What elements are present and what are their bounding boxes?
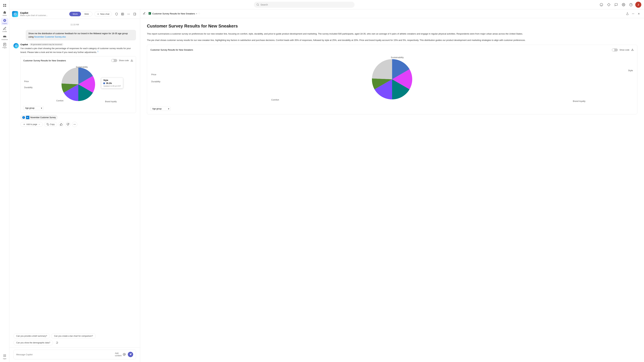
panel-icon-btn[interactable] — [132, 11, 137, 17]
suggestion-chip-1[interactable]: Can you provide a brief summary? — [14, 333, 50, 339]
rail-copilot[interactable]: Copilot — [1, 18, 8, 25]
copy-button[interactable]: Copy — [44, 122, 57, 127]
chat-messages: 11:10 AM Show me the distribution of cus… — [10, 19, 140, 331]
header-right-icons — [114, 11, 137, 17]
chat-button[interactable] — [613, 2, 619, 8]
input-actions: Add content — [116, 352, 133, 357]
svg-point-13 — [3, 355, 4, 356]
more-dots-icon — [73, 123, 76, 126]
chat-header-subtitle: Make a pie chart of customer... — [20, 14, 67, 16]
edit-pages-icon-btn[interactable] — [120, 11, 125, 17]
right-panel-header: › X Customer Survey Results for New Snea… — [140, 9, 644, 18]
age-group-dropdown-left[interactable]: Age group 18-24 25-35 36-45 — [23, 106, 44, 110]
rp-pie-label-comfort: Comfort — [271, 98, 279, 101]
pie-label-sustainability: Sustainability — [76, 66, 88, 68]
rp-chart-header: Customer Survey Results for New Sneakers… — [150, 48, 634, 51]
more-actions-button[interactable] — [72, 122, 77, 127]
add-to-page-button[interactable]: Add to page — [20, 122, 43, 127]
rail-onedrive[interactable]: OneDrive — [1, 34, 8, 41]
breadcrumb-title: Customer Survey Results for New Sneakers — [152, 12, 195, 15]
more-icon-btn[interactable] — [126, 11, 131, 17]
source-badge[interactable]: 1 XL November Customer Survey — [20, 115, 58, 120]
rail-home-label: Home — [2, 14, 6, 16]
show-code-toggle-left[interactable] — [111, 59, 117, 62]
download-icon-left[interactable] — [130, 59, 133, 62]
plus-icon — [97, 13, 99, 15]
send-button[interactable] — [128, 352, 133, 357]
tab-work[interactable]: Work — [69, 12, 81, 16]
dislike-button[interactable] — [65, 122, 70, 127]
rail-apps-grid[interactable] — [1, 2, 8, 9]
new-chat-button[interactable]: New chat — [94, 11, 112, 16]
edit-icon-breadcrumb[interactable] — [143, 12, 146, 15]
emoji-button[interactable] — [598, 2, 604, 8]
svg-point-12 — [5, 355, 6, 355]
rail-pages[interactable]: Pages — [1, 42, 8, 49]
breadcrumb-file[interactable]: X Customer Survey Results for New Sneake… — [148, 12, 195, 15]
more-dots-icon-rp — [632, 12, 634, 15]
svg-point-19 — [257, 4, 258, 5]
share-icon-btn[interactable] — [625, 11, 630, 16]
tooltip-category: Style — [103, 79, 121, 81]
rp-pie-label-durability: Durability — [151, 80, 160, 83]
rail-create[interactable]: Create — [1, 26, 8, 33]
age-group-dropdown-right[interactable]: Age group 18-24 25-35 36-45 — [150, 107, 170, 111]
more-icon-btn-rp[interactable] — [630, 11, 636, 16]
search-box[interactable]: Search — [254, 2, 354, 8]
svg-rect-46 — [48, 124, 49, 125]
pie-label-brandloyalty: Brand loyalty — [105, 100, 116, 103]
add-to-page-label: Add to page — [26, 123, 37, 125]
share-icon — [626, 12, 629, 15]
heart-icon[interactable]: ♡ — [198, 12, 200, 15]
bot-response-text: I've created a pie chart showing the per… — [20, 47, 136, 54]
tooltip-updated: Updated 11:00 pm EST — [103, 85, 121, 87]
thumbs-down-icon — [66, 123, 69, 126]
rail-pages-label: Pages — [2, 47, 7, 48]
suggestions-more-button[interactable] — [54, 340, 60, 346]
user-message-link[interactable]: November Customer Survey.xlsx — [34, 35, 66, 38]
suggestion-chip-2[interactable]: Can you create a bar chart for compariso… — [51, 333, 96, 339]
tooltip-dot — [103, 82, 105, 84]
rail-apps[interactable]: Apps — [1, 353, 8, 360]
thumbs-up-icon — [60, 123, 62, 126]
like-button[interactable] — [58, 122, 64, 127]
diamond-button[interactable] — [606, 2, 612, 8]
user-message: Show me the distribution of customer fee… — [26, 30, 136, 40]
bot-avatar — [14, 43, 19, 48]
svg-point-16 — [3, 356, 4, 357]
message-input[interactable] — [16, 353, 114, 356]
download-icon-right[interactable] — [631, 48, 634, 51]
rp-chart-title: Customer Survey Results for New Sneakers — [150, 49, 193, 51]
right-panel: › X Customer Survey Results for New Snea… — [140, 9, 644, 362]
svg-point-37 — [128, 14, 129, 14]
close-button-rp[interactable] — [636, 11, 641, 16]
add-content-button[interactable]: Add content — [116, 352, 121, 357]
tooltip-legend: 35.1% — [103, 82, 121, 84]
suggestion-chip-3[interactable]: Can you show the demographic data? — [14, 340, 53, 346]
icon-rail: Home Copilot Create OneDrive Pages Apps — [0, 0, 10, 362]
breadcrumb-chevron: › — [146, 12, 147, 15]
ai-badge: AI-generated content may be incorrect — [29, 43, 64, 46]
tab-web[interactable]: Web — [81, 12, 92, 16]
message-input-box: Add content — [14, 350, 136, 359]
svg-point-11 — [4, 355, 5, 355]
svg-point-53 — [124, 354, 125, 355]
close-icon — [638, 12, 640, 15]
rail-home[interactable]: Home — [1, 10, 8, 17]
mention-button[interactable] — [122, 352, 127, 357]
breadcrumb: › X Customer Survey Results for New Snea… — [143, 12, 623, 15]
pie-label-price: Price — [24, 80, 29, 83]
chart-card-header-left: Customer Survey Results for New Sneakers… — [23, 59, 133, 62]
show-code-toggle-right[interactable] — [612, 48, 618, 51]
message-input-area: Add content — [10, 348, 140, 362]
svg-rect-1 — [5, 4, 6, 5]
chat-panel: Copilot Make a pie chart of customer... … — [10, 9, 140, 362]
help-button[interactable] — [628, 2, 634, 8]
shield-icon-btn[interactable] — [114, 11, 119, 17]
chat-container: Copilot Make a pie chart of customer... … — [10, 9, 644, 362]
user-avatar[interactable]: J — [635, 2, 641, 8]
svg-point-38 — [129, 14, 130, 14]
footnote-ref[interactable]: 1 — [98, 51, 98, 52]
rp-chart-controls: Show code — [612, 48, 634, 51]
settings-button[interactable] — [620, 2, 626, 8]
